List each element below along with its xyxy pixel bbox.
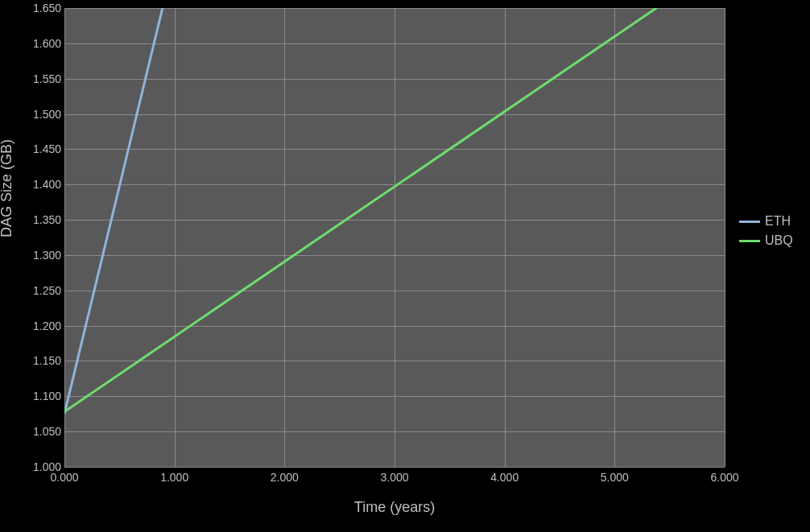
legend-label: ETH — [765, 214, 791, 229]
chart-container: DAG Size (GB) Time (years) ETHUBQ 1.0001… — [0, 0, 810, 532]
x-axis-title: Time (years) — [354, 499, 435, 516]
y-tick-label: 1.500 — [5, 108, 61, 121]
x-tick-label: 5.000 — [601, 471, 629, 484]
y-tick-label: 1.350 — [5, 213, 61, 226]
y-tick-label: 1.150 — [5, 354, 61, 367]
x-tick-label: 3.000 — [380, 471, 408, 484]
chart-legend: ETHUBQ — [739, 209, 793, 253]
legend-swatch — [739, 221, 760, 223]
x-tick-label: 0.000 — [50, 471, 78, 484]
x-tick-label: 6.000 — [710, 471, 738, 484]
legend-item-ubq: UBQ — [739, 233, 793, 248]
series-line-ubq — [64, 8, 725, 412]
y-tick-label: 1.450 — [5, 142, 61, 155]
x-tick-label: 2.000 — [271, 471, 299, 484]
y-tick-label: 1.400 — [5, 178, 61, 191]
y-tick-label: 1.200 — [5, 320, 61, 332]
y-tick-label: 1.050 — [5, 425, 61, 438]
y-tick-label: 1.550 — [5, 72, 61, 85]
y-tick-label: 1.650 — [5, 2, 61, 14]
x-tick-label: 4.000 — [490, 471, 519, 484]
legend-swatch — [739, 240, 760, 242]
legend-label: UBQ — [765, 233, 793, 248]
chart-lines-layer — [64, 8, 725, 467]
y-tick-label: 1.300 — [5, 249, 61, 262]
y-tick-label: 1.100 — [5, 390, 61, 402]
x-tick-label: 1.000 — [160, 471, 188, 484]
gridline-horizontal — [64, 467, 725, 468]
gridline-vertical — [725, 8, 725, 467]
y-tick-label: 1.250 — [5, 284, 61, 297]
y-tick-label: 1.600 — [5, 37, 61, 50]
series-line-eth — [64, 8, 175, 414]
legend-item-eth: ETH — [739, 214, 793, 229]
